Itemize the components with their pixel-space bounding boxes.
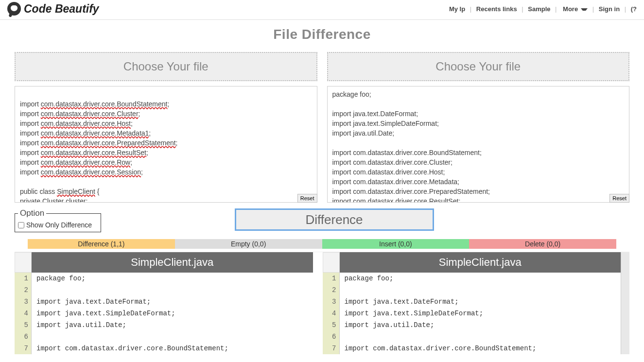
diff-right-panel: SimpleClient.java 1package foo;23import … — [323, 252, 621, 354]
input-line: import java.text.DateFormat; — [332, 109, 625, 119]
line-number: 3 — [323, 296, 340, 308]
input-line: import com.datastax.driver.core.Host; — [332, 167, 625, 177]
input-line: import com.datastax.driver.core.Metadata… — [20, 128, 312, 138]
input-line — [20, 177, 312, 187]
line-number: 6 — [15, 331, 32, 343]
input-line: import com.datastax.driver.core.ResultSe… — [20, 148, 312, 157]
diff-row: 3import java.text.DateFormat; — [15, 296, 313, 308]
input-line: import com.datastax.driver.core.Metadata… — [332, 177, 625, 187]
code-line — [32, 331, 313, 343]
code-line: import java.util.Date; — [32, 319, 313, 331]
diff-row: 3import java.text.DateFormat; — [323, 296, 621, 308]
code-line — [32, 284, 313, 296]
logo[interactable]: Code Beautify — [7, 2, 99, 16]
line-number: 1 — [15, 273, 32, 284]
input-right[interactable]: package foo; import java.text.DateFormat… — [327, 86, 630, 203]
gutter-head-left — [15, 252, 32, 273]
diff-row: 4import java.text.SimpleDateFormat; — [15, 308, 313, 319]
diff-view: SimpleClient.java 1package foo;23import … — [15, 252, 629, 354]
code-line: import java.text.SimpleDateFormat; — [32, 308, 313, 319]
input-line: import com.datastax.driver.core.BoundSta… — [332, 148, 625, 157]
diff-row: 5import java.util.Date; — [323, 319, 621, 331]
input-line: import com.datastax.driver.core.ResultSe… — [332, 196, 625, 203]
line-number: 5 — [15, 319, 32, 331]
diff-left-panel: SimpleClient.java 1package foo;23import … — [15, 252, 313, 354]
diff-row: 4import java.text.SimpleDateFormat; — [323, 308, 621, 319]
input-line: import com.datastax.driver.core.Prepared… — [20, 138, 312, 148]
nav-help[interactable]: (? — [629, 5, 638, 13]
reset-left-button[interactable]: Reset — [297, 194, 317, 203]
gutter-head-right — [323, 252, 340, 273]
input-line: import com.datastax.driver.core.Cluster; — [332, 157, 625, 167]
diff-row: 7import com.datastax.driver.core.BoundSt… — [323, 343, 621, 354]
legend-delete: Delete (0,0) — [469, 239, 616, 249]
nav-recents[interactable]: Recents links — [475, 5, 519, 13]
input-line: private Cluster cluster; — [20, 196, 312, 203]
code-line: import java.text.SimpleDateFormat; — [340, 308, 621, 319]
diff-row: 2 — [15, 284, 313, 296]
diff-right-filename: SimpleClient.java — [340, 252, 621, 273]
diff-scrollbar[interactable] — [621, 252, 629, 354]
input-line — [20, 89, 312, 99]
line-number: 5 — [323, 319, 340, 331]
nav-my-ip[interactable]: My Ip — [448, 5, 467, 13]
input-line: import java.util.Date; — [332, 128, 625, 138]
line-number: 4 — [15, 308, 32, 319]
input-line: import com.datastax.driver.core.Host; — [20, 119, 312, 128]
choose-file-left[interactable]: Choose Your file — [15, 52, 317, 81]
nav-sign-in[interactable]: Sign in — [597, 5, 621, 13]
code-line — [340, 331, 621, 343]
input-line — [332, 99, 625, 109]
show-only-diff-label[interactable]: Show Only Difference — [18, 221, 92, 229]
line-number: 7 — [323, 343, 340, 354]
line-number: 3 — [15, 296, 32, 308]
show-only-diff-checkbox[interactable] — [18, 222, 24, 228]
code-line: import java.text.DateFormat; — [32, 296, 313, 308]
input-line: package foo; — [332, 89, 625, 99]
diff-row: 1package foo; — [323, 273, 621, 284]
legend-bar: Difference (1,1) Empty (0,0) Insert (0,0… — [28, 239, 616, 249]
input-line: import com.datastax.driver.core.BoundSta… — [20, 99, 312, 109]
input-line: public class SimpleClient { — [20, 187, 312, 196]
input-line — [332, 138, 625, 148]
line-number: 2 — [15, 284, 32, 296]
diff-row: 1package foo; — [15, 273, 313, 284]
diff-row: 5import java.util.Date; — [15, 319, 313, 331]
input-left[interactable]: import com.datastax.driver.core.BoundSta… — [15, 86, 317, 203]
input-line: import java.text.SimpleDateFormat; — [332, 119, 625, 128]
code-line — [340, 284, 621, 296]
header: Code Beautify My Ip | Recents links | Sa… — [0, 0, 644, 20]
top-nav: My Ip | Recents links | Sample | More | … — [448, 5, 638, 13]
chevron-down-icon — [581, 8, 588, 11]
diff-row: 2 — [323, 284, 621, 296]
line-number: 1 — [323, 273, 340, 284]
nav-sample[interactable]: Sample — [526, 5, 552, 13]
code-line: import com.datastax.driver.core.BoundSta… — [340, 343, 621, 354]
code-line: import java.text.DateFormat; — [340, 296, 621, 308]
input-line: import com.datastax.driver.core.Row; — [20, 157, 312, 167]
page-title: File Difference — [0, 27, 644, 42]
legend-empty: Empty (0,0) — [175, 239, 322, 249]
line-number: 7 — [15, 343, 32, 354]
input-line: import com.datastax.driver.core.Prepared… — [332, 187, 625, 196]
code-line: import java.util.Date; — [340, 319, 621, 331]
diff-row: 6 — [323, 331, 621, 343]
option-fieldset: Option Show Only Difference — [15, 208, 101, 232]
code-line: package foo; — [32, 273, 313, 284]
code-line: import com.datastax.driver.core.BoundSta… — [32, 343, 313, 354]
logo-text: Code Beautify — [24, 2, 99, 16]
reset-right-button[interactable]: Reset — [609, 194, 629, 203]
option-legend: Option — [18, 208, 46, 218]
diff-row: 7import com.datastax.driver.core.BoundSt… — [15, 343, 313, 354]
input-line: import com.datastax.driver.core.Cluster; — [20, 109, 312, 119]
diff-left-filename: SimpleClient.java — [32, 252, 313, 273]
choose-file-right[interactable]: Choose Your file — [327, 52, 630, 81]
legend-insert: Insert (0,0) — [322, 239, 470, 249]
difference-button[interactable]: Difference — [235, 208, 434, 231]
line-number: 4 — [323, 308, 340, 319]
legend-difference: Difference (1,1) — [28, 239, 175, 249]
line-number: 6 — [323, 331, 340, 343]
code-line: package foo; — [340, 273, 621, 284]
nav-more[interactable]: More — [560, 5, 589, 13]
input-line: import com.datastax.driver.core.Session; — [20, 167, 312, 177]
